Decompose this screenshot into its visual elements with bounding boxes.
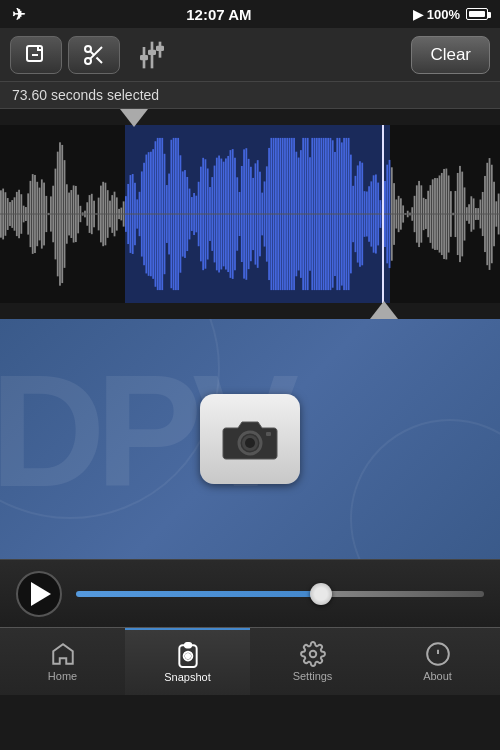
battery-icon [466, 8, 488, 20]
tab-home[interactable]: Home [0, 628, 125, 695]
svg-line-5 [96, 57, 102, 63]
selection-info: 73.60 seconds selected [0, 82, 500, 109]
play-icon [31, 582, 51, 606]
snapshot-area: DPV [0, 319, 500, 559]
scissors-button[interactable] [68, 36, 120, 74]
svg-rect-11 [140, 55, 148, 60]
svg-rect-17 [184, 643, 191, 647]
playback-line [382, 125, 384, 303]
edit-button[interactable] [10, 36, 62, 74]
tab-snapshot[interactable]: Snapshot [125, 628, 250, 695]
svg-rect-0 [27, 46, 42, 61]
svg-rect-16 [266, 432, 271, 436]
tab-snapshot-label: Snapshot [164, 671, 210, 683]
status-time: 12:07 AM [186, 6, 251, 23]
player-controls [0, 559, 500, 627]
tab-about[interactable]: About [375, 628, 500, 695]
play-button[interactable] [16, 571, 62, 617]
status-bar: ✈ 12:07 AM ▶ 100% [0, 0, 500, 28]
tab-about-label: About [423, 670, 452, 682]
camera-button[interactable] [200, 394, 300, 484]
progress-track[interactable] [76, 591, 484, 597]
tab-bar: Home Snapshot Settings About [0, 627, 500, 695]
battery-label: 100% [427, 7, 460, 22]
toolbar: Clear [0, 28, 500, 82]
status-left: ✈ [12, 5, 25, 24]
svg-rect-10 [148, 49, 156, 54]
selection-text: 73.60 seconds selected [12, 87, 159, 103]
tab-settings[interactable]: Settings [250, 628, 375, 695]
clear-button[interactable]: Clear [411, 36, 490, 74]
waveform-container [0, 109, 500, 319]
handle-top[interactable] [120, 109, 148, 127]
status-right: ▶ 100% [413, 7, 488, 22]
svg-point-3 [85, 58, 91, 64]
airplane-icon: ✈ [12, 5, 25, 24]
waveform-canvas [0, 125, 500, 303]
progress-thumb[interactable] [310, 583, 332, 605]
svg-point-19 [185, 654, 189, 658]
svg-line-6 [90, 51, 94, 55]
svg-point-20 [309, 651, 316, 658]
tab-settings-label: Settings [293, 670, 333, 682]
svg-point-2 [85, 46, 91, 52]
mixer-button[interactable] [126, 36, 178, 74]
tab-home-label: Home [48, 670, 77, 682]
svg-point-15 [245, 438, 255, 448]
handle-bottom[interactable] [370, 301, 398, 319]
svg-rect-12 [156, 45, 164, 50]
play-status-icon: ▶ [413, 7, 423, 22]
